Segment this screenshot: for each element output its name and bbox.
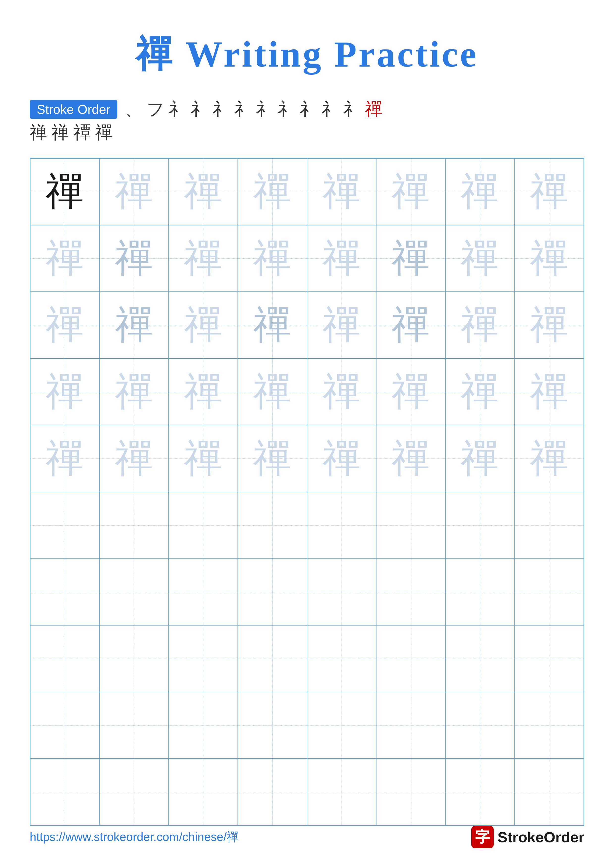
grid-cell-r5c7[interactable]: 禪 [445, 425, 515, 492]
grid-cell-r5c5[interactable]: 禪 [307, 425, 376, 492]
practice-char-faded: 禪 [184, 306, 222, 344]
grid-cell-r2c6[interactable]: 禪 [376, 225, 445, 292]
grid-cell-r8c1[interactable] [30, 625, 99, 692]
page-title: 禪 Writing Practice [136, 30, 478, 79]
grid-cell-r10c2[interactable] [99, 759, 168, 825]
stroke-char-4: 礻 [191, 99, 208, 120]
grid-cell-r10c6[interactable] [376, 759, 445, 825]
grid-cell-r9c6[interactable] [376, 692, 445, 759]
grid-cell-r4c6[interactable]: 禪 [376, 358, 445, 425]
grid-cell-r3c2[interactable]: 禪 [99, 292, 168, 358]
practice-char-faded: 禪 [45, 306, 84, 344]
practice-char-faded: 禪 [461, 373, 499, 411]
grid-cell-r5c8[interactable]: 禪 [515, 425, 584, 492]
grid-cell-r8c6[interactable] [376, 625, 445, 692]
practice-char-faded: 禪 [253, 439, 292, 478]
grid-cell-r2c4[interactable]: 禪 [238, 225, 307, 292]
grid-cell-r4c2[interactable]: 禪 [99, 358, 168, 425]
practice-char-faded: 禪 [530, 373, 569, 411]
practice-char-faded: 禪 [45, 239, 84, 277]
practice-char-faded: 禪 [184, 172, 222, 211]
grid-cell-r9c2[interactable] [99, 692, 168, 759]
grid-cell-r10c8[interactable] [515, 759, 584, 825]
grid-cell-r1c4[interactable]: 禪 [238, 158, 307, 225]
grid-cell-r7c5[interactable] [307, 559, 376, 626]
grid-cell-r8c2[interactable] [99, 625, 168, 692]
grid-cell-r1c1[interactable]: 禪 [30, 158, 99, 225]
grid-cell-r5c3[interactable]: 禪 [169, 425, 238, 492]
grid-cell-r8c8[interactable] [515, 625, 584, 692]
grid-cell-r7c8[interactable] [515, 559, 584, 626]
grid-cell-r10c7[interactable] [445, 759, 515, 825]
grid-cell-r10c1[interactable] [30, 759, 99, 825]
grid-cell-r6c4[interactable] [238, 492, 307, 559]
grid-cell-r6c7[interactable] [445, 492, 515, 559]
grid-cell-r1c7[interactable]: 禪 [445, 158, 515, 225]
grid-cell-r7c1[interactable] [30, 559, 99, 626]
practice-char-medium: 禪 [392, 306, 430, 344]
grid-cell-r9c1[interactable] [30, 692, 99, 759]
grid-cell-r2c3[interactable]: 禪 [169, 225, 238, 292]
grid-cell-r7c6[interactable] [376, 559, 445, 626]
grid-cell-r10c3[interactable] [169, 759, 238, 825]
grid-cell-r9c7[interactable] [445, 692, 515, 759]
grid-cell-r1c5[interactable]: 禪 [307, 158, 376, 225]
grid-cell-r5c1[interactable]: 禪 [30, 425, 99, 492]
grid-cell-r5c6[interactable]: 禪 [376, 425, 445, 492]
grid-cell-r8c5[interactable] [307, 625, 376, 692]
grid-cell-r7c7[interactable] [445, 559, 515, 626]
grid-cell-r3c3[interactable]: 禪 [169, 292, 238, 358]
practice-char-faded: 禪 [530, 172, 569, 211]
grid-cell-r1c8[interactable]: 禪 [515, 158, 584, 225]
logo-icon: 字 [471, 826, 494, 848]
practice-char-medium: 禪 [115, 306, 153, 344]
grid-cell-r4c8[interactable]: 禪 [515, 358, 584, 425]
grid-cell-r1c2[interactable]: 禪 [99, 158, 168, 225]
practice-char-faded: 禪 [461, 439, 499, 478]
grid-cell-r6c5[interactable] [307, 492, 376, 559]
grid-cell-r7c2[interactable] [99, 559, 168, 626]
grid-cell-r9c5[interactable] [307, 692, 376, 759]
stroke-char-11: 礻 [343, 99, 361, 120]
grid-cell-r9c4[interactable] [238, 692, 307, 759]
grid-cell-r3c6[interactable]: 禪 [376, 292, 445, 358]
grid-cell-r5c4[interactable]: 禪 [238, 425, 307, 492]
grid-cell-r3c7[interactable]: 禪 [445, 292, 515, 358]
grid-cell-r2c7[interactable]: 禪 [445, 225, 515, 292]
grid-cell-r9c8[interactable] [515, 692, 584, 759]
grid-cell-r1c3[interactable]: 禪 [169, 158, 238, 225]
grid-cell-r7c4[interactable] [238, 559, 307, 626]
grid-cell-r4c3[interactable]: 禪 [169, 358, 238, 425]
grid-cell-r6c6[interactable] [376, 492, 445, 559]
grid-cell-r9c3[interactable] [169, 692, 238, 759]
grid-cell-r10c4[interactable] [238, 759, 307, 825]
grid-cell-r3c5[interactable]: 禪 [307, 292, 376, 358]
practice-char-faded: 禪 [322, 373, 361, 411]
grid-cell-r2c8[interactable]: 禪 [515, 225, 584, 292]
grid-cell-r6c3[interactable] [169, 492, 238, 559]
footer-url[interactable]: https://www.strokeorder.com/chinese/禪 [30, 829, 238, 845]
grid-cell-r8c3[interactable] [169, 625, 238, 692]
grid-cell-r7c3[interactable] [169, 559, 238, 626]
grid-cell-r6c1[interactable] [30, 492, 99, 559]
grid-cell-r4c4[interactable]: 禪 [238, 358, 307, 425]
grid-cell-r3c4[interactable]: 禪 [238, 292, 307, 358]
grid-cell-r6c8[interactable] [515, 492, 584, 559]
stroke-char-3: 礻 [169, 99, 186, 120]
grid-cell-r6c2[interactable] [99, 492, 168, 559]
grid-cell-r4c5[interactable]: 禪 [307, 358, 376, 425]
grid-cell-r4c1[interactable]: 禪 [30, 358, 99, 425]
grid-cell-r10c5[interactable] [307, 759, 376, 825]
practice-char-faded: 禪 [115, 439, 153, 478]
grid-cell-r2c1[interactable]: 禪 [30, 225, 99, 292]
grid-cell-r1c6[interactable]: 禪 [376, 158, 445, 225]
grid-cell-r2c2[interactable]: 禪 [99, 225, 168, 292]
practice-char-faded: 禪 [530, 239, 569, 277]
grid-cell-r8c4[interactable] [238, 625, 307, 692]
grid-cell-r5c2[interactable]: 禪 [99, 425, 168, 492]
grid-cell-r2c5[interactable]: 禪 [307, 225, 376, 292]
grid-cell-r8c7[interactable] [445, 625, 515, 692]
grid-cell-r3c1[interactable]: 禪 [30, 292, 99, 358]
grid-cell-r3c8[interactable]: 禪 [515, 292, 584, 358]
grid-cell-r4c7[interactable]: 禪 [445, 358, 515, 425]
